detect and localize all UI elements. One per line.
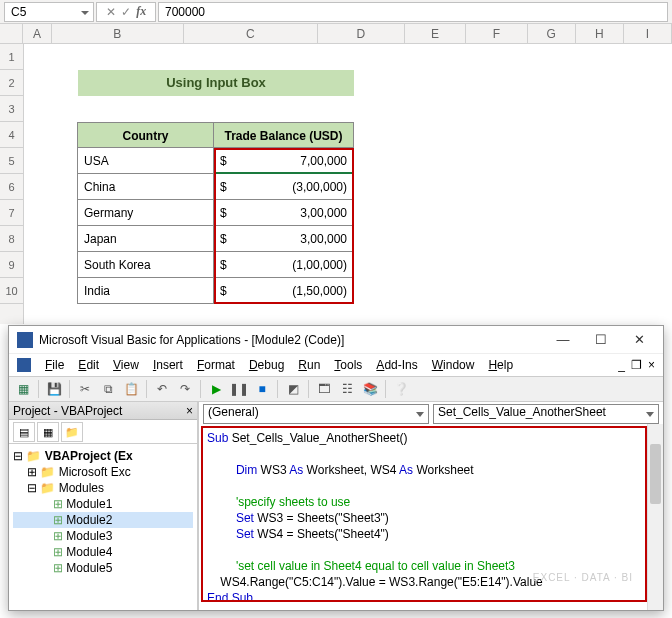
maximize-button[interactable]: ☐ xyxy=(585,328,617,352)
col-header[interactable]: F xyxy=(466,24,528,43)
tree-project[interactable]: ⊟ 📁 VBAProject (Ex xyxy=(13,448,193,464)
row-header[interactable]: 7 xyxy=(0,200,23,226)
row-header[interactable]: 2 xyxy=(0,70,23,96)
menu-insert[interactable]: Insert xyxy=(153,358,183,372)
properties-icon[interactable]: ☷ xyxy=(337,379,357,399)
project-explorer-toolbar[interactable]: ▤ ▦ 📁 xyxy=(9,420,197,444)
col-header[interactable]: E xyxy=(405,24,467,43)
toggle-folders-icon[interactable]: 📁 xyxy=(61,422,83,442)
row-header[interactable]: 6 xyxy=(0,174,23,200)
project-explorer-title: Project - VBAProject× xyxy=(9,402,197,420)
vbe-window[interactable]: Microsoft Visual Basic for Applications … xyxy=(8,325,664,611)
view-code-icon[interactable]: ▤ xyxy=(13,422,35,442)
col-header[interactable]: G xyxy=(528,24,576,43)
col-header[interactable] xyxy=(0,24,23,43)
col-header[interactable]: I xyxy=(624,24,672,43)
reset-icon[interactable]: ■ xyxy=(252,379,272,399)
mdi-close-icon[interactable]: × xyxy=(648,358,655,372)
menu-format[interactable]: Format xyxy=(197,358,235,372)
col-header[interactable]: D xyxy=(318,24,405,43)
col-header[interactable]: H xyxy=(576,24,624,43)
view-object-icon[interactable]: ▦ xyxy=(37,422,59,442)
row-header[interactable]: 4 xyxy=(0,122,23,148)
vbe-menu-bar[interactable]: FileEditViewInsertFormatDebugRunToolsAdd… xyxy=(9,354,663,376)
tree-module[interactable]: ⊞ Module5 xyxy=(13,560,193,576)
row-header[interactable]: 3 xyxy=(0,96,23,122)
enter-icon[interactable]: ✓ xyxy=(121,5,131,19)
vbe-toolbar[interactable]: ▦ 💾 ✂ ⧉ 📋 ↶ ↷ ▶ ❚❚ ■ ◩ 🗔 ☷ 📚 ❔ xyxy=(9,376,663,402)
cell-country[interactable]: Japan xyxy=(77,226,214,252)
row-header[interactable]: 1 xyxy=(0,44,23,70)
cell-balance[interactable]: $(1,00,000) xyxy=(214,252,354,278)
menu-window[interactable]: Window xyxy=(432,358,475,372)
fx-icon[interactable]: fx xyxy=(136,4,146,19)
vbe-titlebar[interactable]: Microsoft Visual Basic for Applications … xyxy=(9,326,663,354)
vbe-menu-icon xyxy=(17,358,31,372)
project-tree[interactable]: ⊟ 📁 VBAProject (Ex ⊞ 📁 Microsoft Exc ⊟ 📁… xyxy=(9,444,197,610)
menu-edit[interactable]: Edit xyxy=(78,358,99,372)
col-header[interactable]: B xyxy=(52,24,184,43)
minimize-button[interactable]: — xyxy=(547,328,579,352)
formula-input[interactable]: 700000 xyxy=(158,2,668,22)
cell-country[interactable]: China xyxy=(77,174,214,200)
run-icon[interactable]: ▶ xyxy=(206,379,226,399)
row-header[interactable]: 10 xyxy=(0,278,23,304)
menu-help[interactable]: Help xyxy=(488,358,513,372)
cell-balance[interactable]: $(1,50,000) xyxy=(214,278,354,304)
row-header[interactable]: 5 xyxy=(0,148,23,174)
project-explorer[interactable]: Project - VBAProject× ▤ ▦ 📁 ⊟ 📁 VBAProje… xyxy=(9,402,199,610)
object-dropdown[interactable]: (General) xyxy=(203,404,429,424)
code-editor[interactable]: Sub Set_Cells_Value_AnotherSheet() Dim W… xyxy=(199,424,663,610)
tree-module[interactable]: ⊞ Module2 xyxy=(13,512,193,528)
menu-run[interactable]: Run xyxy=(298,358,320,372)
menu-debug[interactable]: Debug xyxy=(249,358,284,372)
cell-balance[interactable]: $7,00,000 xyxy=(214,148,354,174)
col-header[interactable]: C xyxy=(184,24,319,43)
cell-balance[interactable]: $3,00,000 xyxy=(214,226,354,252)
close-button[interactable]: ✕ xyxy=(623,328,655,352)
mdi-min-icon[interactable]: _ xyxy=(618,358,625,372)
tree-ms-excel[interactable]: ⊞ 📁 Microsoft Exc xyxy=(13,464,193,480)
help-icon[interactable]: ❔ xyxy=(391,379,411,399)
cell-country[interactable]: USA xyxy=(77,148,214,174)
cell-country[interactable]: South Korea xyxy=(77,252,214,278)
menu-view[interactable]: View xyxy=(113,358,139,372)
tree-module[interactable]: ⊞ Module1 xyxy=(13,496,193,512)
menu-tools[interactable]: Tools xyxy=(334,358,362,372)
view-excel-icon[interactable]: ▦ xyxy=(13,379,33,399)
cell-balance[interactable]: $3,00,000 xyxy=(214,200,354,226)
design-icon[interactable]: ◩ xyxy=(283,379,303,399)
cancel-icon[interactable]: ✕ xyxy=(106,5,116,19)
mdi-controls[interactable]: _❐× xyxy=(618,358,655,372)
paste-icon[interactable]: 📋 xyxy=(121,379,141,399)
object-browser-icon[interactable]: 📚 xyxy=(360,379,380,399)
undo-icon[interactable]: ↶ xyxy=(152,379,172,399)
panel-close-icon[interactable]: × xyxy=(186,402,193,419)
tree-modules[interactable]: ⊟ 📁 Modules xyxy=(13,480,193,496)
redo-icon[interactable]: ↷ xyxy=(175,379,195,399)
scrollbar-thumb[interactable] xyxy=(650,444,661,504)
mdi-restore-icon[interactable]: ❐ xyxy=(631,358,642,372)
save-icon[interactable]: 💾 xyxy=(44,379,64,399)
cut-icon[interactable]: ✂ xyxy=(75,379,95,399)
cell-country[interactable]: Germany xyxy=(77,200,214,226)
cells-area[interactable]: Using Input Box Country Trade Balance (U… xyxy=(24,44,672,324)
formula-buttons[interactable]: ✕✓fx xyxy=(96,2,156,22)
row-header[interactable]: 9 xyxy=(0,252,23,278)
cell-balance[interactable]: $(3,00,000) xyxy=(214,174,354,200)
row-header[interactable]: 8 xyxy=(0,226,23,252)
col-header[interactable]: A xyxy=(23,24,52,43)
procedure-dropdown[interactable]: Set_Cells_Value_AnotherSheet xyxy=(433,404,659,424)
menu-add-ins[interactable]: Add-Ins xyxy=(376,358,417,372)
tree-module[interactable]: ⊞ Module3 xyxy=(13,528,193,544)
menu-file[interactable]: File xyxy=(45,358,64,372)
project-explorer-icon[interactable]: 🗔 xyxy=(314,379,334,399)
code-scrollbar[interactable] xyxy=(647,424,663,610)
name-box[interactable]: C5 xyxy=(4,2,94,22)
break-icon[interactable]: ❚❚ xyxy=(229,379,249,399)
code-pane[interactable]: (General) Set_Cells_Value_AnotherSheet S… xyxy=(199,402,663,610)
copy-icon[interactable]: ⧉ xyxy=(98,379,118,399)
cell-country[interactable]: India xyxy=(77,278,214,304)
tree-module[interactable]: ⊞ Module4 xyxy=(13,544,193,560)
worksheet-grid[interactable]: ABCDEFGHI 12345678910 Using Input Box Co… xyxy=(0,24,672,324)
